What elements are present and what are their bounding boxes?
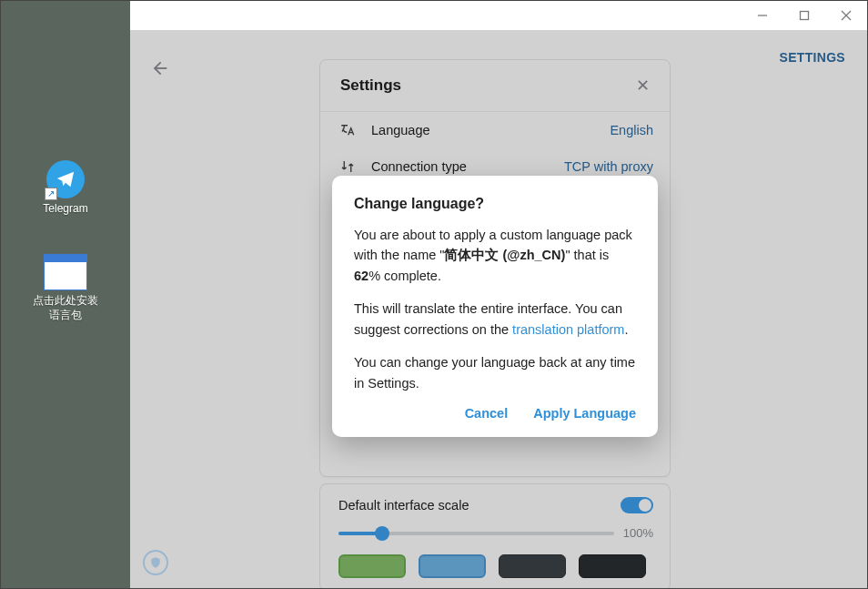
proxy-shield-badge[interactable]: [143, 550, 168, 575]
desktop-shortcut-label: 点击此处安装 语言包: [33, 294, 98, 322]
window-titlebar: [130, 1, 867, 30]
change-language-modal: Change language? You are about to apply …: [332, 176, 658, 437]
modal-title: Change language?: [354, 196, 636, 212]
window-maximize-button[interactable]: [783, 1, 825, 30]
modal-text: .: [624, 322, 628, 337]
window-close-button[interactable]: [825, 1, 867, 30]
app-content: SETTINGS Settings ✕ Language English Con…: [130, 30, 867, 588]
app-window: SETTINGS Settings ✕ Language English Con…: [130, 1, 867, 588]
window-minimize-button[interactable]: [742, 1, 783, 30]
desktop-background: ↗ Telegram 点击此处安装 语言包: [1, 1, 130, 588]
apply-language-button[interactable]: Apply Language: [533, 406, 636, 421]
desktop-shortcut-label: Telegram: [43, 202, 87, 217]
svg-rect-1: [801, 12, 809, 20]
desktop-shortcut-telegram[interactable]: ↗ Telegram: [1, 160, 130, 217]
translation-platform-link[interactable]: translation platform: [512, 322, 624, 337]
cancel-button[interactable]: Cancel: [465, 406, 509, 421]
modal-text: % complete.: [368, 269, 441, 283]
shortcut-arrow-icon: ↗: [45, 188, 57, 200]
modal-percent: 62: [354, 269, 368, 283]
file-icon: [44, 254, 87, 290]
modal-text: You can change your language back at any…: [354, 352, 636, 393]
modal-body: You are about to apply a custom language…: [354, 225, 636, 393]
telegram-icon: ↗: [46, 160, 85, 198]
desktop-shortcut-langpack[interactable]: 点击此处安装 语言包: [1, 254, 130, 322]
modal-text: " that is: [565, 248, 609, 262]
modal-langname: 简体中文 (@zh_CN): [444, 248, 565, 262]
